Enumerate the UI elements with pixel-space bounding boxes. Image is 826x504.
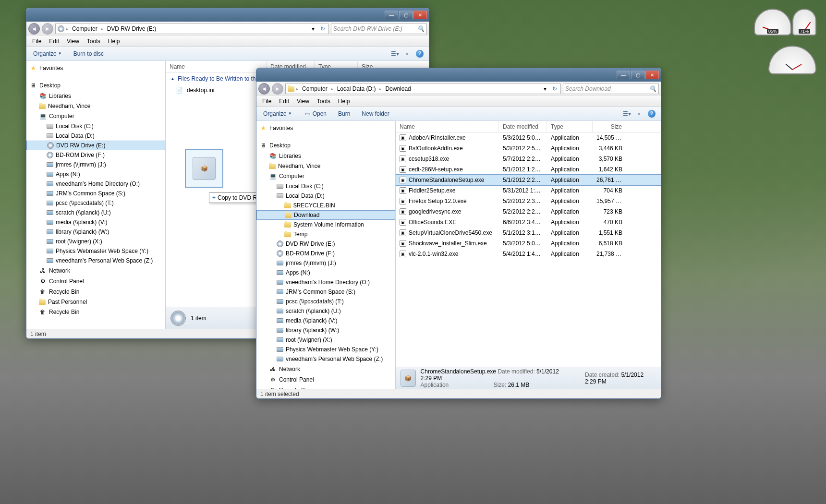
- breadcrumb-drive[interactable]: Local Data (D:): [335, 84, 378, 93]
- titlebar[interactable]: — ▢ ✕: [26, 8, 429, 22]
- file-row[interactable]: ▣SetupVirtualCloneDrive5450.exe5/1/2012 …: [396, 228, 661, 238]
- tree-item[interactable]: ⚙Control Panel: [26, 276, 165, 287]
- breadcrumb-computer[interactable]: Computer: [300, 84, 329, 93]
- file-row[interactable]: ▣AdobeAIRInstaller.exe5/3/2012 5:03 PMAp…: [396, 132, 661, 143]
- breadcrumb-drive[interactable]: DVD RW Drive (E:): [105, 24, 158, 33]
- breadcrumb-computer[interactable]: Computer: [70, 24, 99, 33]
- file-row[interactable]: ▣vlc-2.0.1-win32.exe5/4/2012 1:41 PMAppl…: [396, 249, 661, 259]
- tree-item[interactable]: $RECYCLE.BIN: [256, 201, 395, 210]
- col-size[interactable]: Size: [593, 121, 626, 132]
- tree-item[interactable]: pcsc (\\pcscdatafs) (T:): [256, 297, 395, 306]
- search-icon[interactable]: 🔍: [417, 25, 425, 33]
- file-row[interactable]: ▣googledrivesync.exe5/2/2012 2:29 PMAppl…: [396, 206, 661, 217]
- minimize-button[interactable]: —: [385, 11, 398, 19]
- menu-view[interactable]: View: [293, 97, 313, 106]
- forward-button[interactable]: ►: [42, 23, 53, 35]
- tree-item[interactable]: JRM's Common Space (S:): [256, 287, 395, 297]
- tree-item[interactable]: pcsc (\\pcscdatafs) (T:): [26, 198, 165, 208]
- meter-gadget[interactable]: 05% 71%: [754, 9, 816, 36]
- tree-item[interactable]: Physics Webmaster Web Space (Y:): [26, 246, 165, 256]
- favorites-header[interactable]: ★Favorites: [26, 63, 165, 73]
- tree-item[interactable]: ⚙Control Panel: [256, 374, 395, 385]
- close-button[interactable]: ✕: [413, 11, 427, 19]
- burn-button[interactable]: Burn: [335, 109, 353, 118]
- tree-item[interactable]: 💻Computer: [26, 111, 165, 121]
- open-button[interactable]: ▭Open: [301, 109, 329, 119]
- file-row[interactable]: ▣ChromeStandaloneSetup.exe5/1/2012 2:29 …: [396, 175, 661, 185]
- search-icon[interactable]: 🔍: [649, 85, 656, 93]
- tree-item[interactable]: Local Data (D:): [26, 131, 165, 141]
- maximize-button[interactable]: ▢: [399, 11, 413, 19]
- tree-item[interactable]: media (\\planck) (V:): [26, 217, 165, 227]
- new-folder-button[interactable]: New folder: [359, 109, 392, 118]
- tree-item[interactable]: library (\\planck) (W:): [256, 325, 395, 335]
- file-row[interactable]: ▣OfficeSounds.EXE6/6/2012 3:44 PMApplica…: [396, 217, 661, 228]
- tree-item[interactable]: root (\\wigner) (X:): [26, 237, 165, 246]
- tree-item[interactable]: 💻Computer: [256, 171, 395, 181]
- close-button[interactable]: ✕: [645, 71, 659, 79]
- tree-item[interactable]: DVD RW Drive (E:): [256, 239, 395, 249]
- menu-tools[interactable]: Tools: [313, 97, 334, 106]
- help-button[interactable]: ?: [414, 48, 425, 59]
- menu-file[interactable]: File: [28, 37, 45, 46]
- desktop-header[interactable]: 🖥Desktop: [256, 140, 395, 151]
- menu-view[interactable]: View: [63, 37, 83, 46]
- tree-item[interactable]: BD-ROM Drive (F:): [256, 249, 395, 258]
- tree-item[interactable]: Physics Webmaster Web Space (Y:): [256, 345, 395, 354]
- menu-help[interactable]: Help: [104, 37, 124, 46]
- tree-item[interactable]: Past Personnel: [26, 297, 165, 307]
- file-list[interactable]: ▣AdobeAIRInstaller.exe5/3/2012 5:03 PMAp…: [396, 132, 661, 367]
- tree-item[interactable]: Local Disk (C:): [256, 181, 395, 191]
- preview-pane-button[interactable]: ▫: [634, 108, 644, 119]
- navigation-tree[interactable]: ★Favorites 🖥Desktop 📚LibrariesNeedham, V…: [26, 61, 166, 329]
- col-name[interactable]: Name: [396, 121, 499, 132]
- desktop-header[interactable]: 🖥Desktop: [26, 80, 165, 91]
- burn-button[interactable]: Burn to disc: [71, 49, 107, 58]
- back-button[interactable]: ◄: [258, 83, 270, 95]
- menu-file[interactable]: File: [258, 97, 275, 106]
- tree-item[interactable]: 🗑Recycle Bin: [26, 287, 165, 297]
- tree-item[interactable]: 📚Libraries: [256, 151, 395, 161]
- tree-item[interactable]: Local Data (D:): [256, 191, 395, 201]
- view-options-button[interactable]: ☰▾: [389, 48, 400, 59]
- tree-item[interactable]: Apps (N:): [256, 268, 395, 277]
- search-input[interactable]: Search Download 🔍: [563, 84, 659, 94]
- tree-item[interactable]: 📚Libraries: [26, 91, 165, 101]
- organize-button[interactable]: Organize ▼: [30, 49, 65, 58]
- clock-gadget[interactable]: [768, 46, 816, 74]
- preview-pane-button[interactable]: ▫: [402, 48, 413, 59]
- back-button[interactable]: ◄: [28, 23, 40, 35]
- tree-item[interactable]: DVD RW Drive (E:): [26, 141, 165, 150]
- tree-item[interactable]: root (\\wigner) (X:): [256, 335, 395, 345]
- tree-item[interactable]: jrmres (\\jrmvm) (J:): [26, 160, 165, 169]
- file-row[interactable]: ▣ccsetup318.exe5/7/2012 2:29 PMApplicati…: [396, 154, 661, 164]
- forward-button[interactable]: ►: [272, 83, 283, 95]
- tree-item[interactable]: Download: [256, 210, 395, 220]
- tree-item[interactable]: System Volume Information: [256, 220, 395, 229]
- tree-item[interactable]: vneedham's Home Directory (O:): [256, 277, 395, 287]
- tree-item[interactable]: JRM's Common Space (S:): [26, 189, 165, 198]
- col-type[interactable]: Type: [547, 121, 593, 132]
- navigation-tree[interactable]: ★Favorites 🖥Desktop 📚LibrariesNeedham, V…: [256, 121, 396, 389]
- view-options-button[interactable]: ☰▾: [621, 108, 632, 119]
- menu-help[interactable]: Help: [334, 97, 354, 106]
- tree-item[interactable]: 🖧Network: [26, 265, 165, 276]
- titlebar[interactable]: — ▢ ✕: [256, 68, 661, 82]
- menu-edit[interactable]: Edit: [275, 97, 293, 106]
- tree-item[interactable]: Local Disk (C:): [26, 121, 165, 131]
- tree-item[interactable]: BD-ROM Drive (F:): [26, 150, 165, 160]
- tree-item[interactable]: 🖧Network: [256, 364, 395, 374]
- tree-item[interactable]: library (\\planck) (W:): [26, 227, 165, 237]
- tree-item[interactable]: vneedham's Personal Web Space (Z:): [256, 354, 395, 364]
- menu-tools[interactable]: Tools: [83, 37, 104, 46]
- organize-button[interactable]: Organize ▼: [260, 109, 295, 118]
- file-row[interactable]: ▣BsfOutlookAddIn.exe5/3/2012 2:55 PMAppl…: [396, 143, 661, 154]
- refresh-icon[interactable]: ↻: [319, 25, 327, 33]
- col-name[interactable]: Name: [166, 61, 267, 72]
- breadcrumb-folder[interactable]: Download: [383, 84, 413, 93]
- tree-item[interactable]: vneedham's Personal Web Space (Z:): [26, 256, 165, 265]
- address-bar[interactable]: ▸ Computer ▸ DVD RW Drive (E:) ▾ ↻: [55, 24, 329, 34]
- tree-item[interactable]: Needham, Vince: [256, 161, 395, 171]
- refresh-icon[interactable]: ↻: [551, 85, 559, 93]
- dropdown-icon[interactable]: ▾: [309, 25, 317, 33]
